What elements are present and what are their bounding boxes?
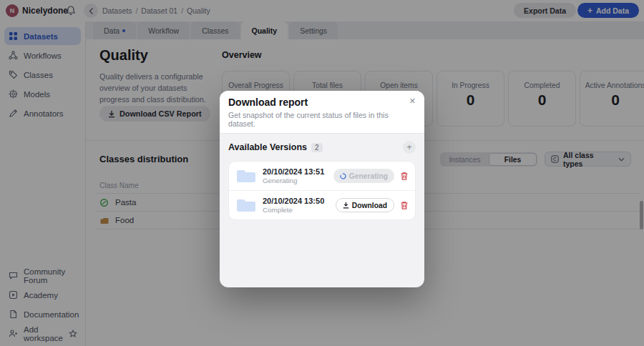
download-icon [343, 202, 349, 209]
modal-body: Available Versions 2 + 20/10/2024 13:51 … [220, 134, 424, 227]
version-status: Generating [263, 177, 324, 185]
spinner-icon [340, 173, 346, 179]
folder-icon [235, 169, 257, 184]
trash-icon[interactable] [400, 172, 409, 181]
available-versions-label: Available Versions [228, 142, 307, 152]
folder-icon [235, 198, 257, 213]
versions-count-badge: 2 [311, 143, 323, 152]
version-info: 20/10/2024 13:51 Generating [263, 167, 324, 185]
generating-label: Generating [349, 172, 388, 180]
modal-subtitle: Get snapshot of the current status of fi… [228, 111, 416, 128]
add-version-button[interactable]: + [403, 141, 416, 154]
modal-header: Download report Get snapshot of the curr… [220, 91, 424, 134]
download-label: Download [352, 202, 387, 209]
download-button[interactable]: Download [336, 198, 394, 212]
close-icon[interactable]: ✕ [409, 97, 416, 105]
versions-list: 20/10/2024 13:51 Generating Generating [228, 161, 416, 220]
download-report-modal: Download report Get snapshot of the curr… [220, 91, 424, 287]
generating-button: Generating [333, 169, 394, 183]
app-window: N Nicelydone DatasetsDataset 01Quality E… [0, 0, 644, 346]
modal-title: Download report [228, 97, 416, 108]
version-row: 20/10/2024 13:51 Generating Generating [229, 162, 415, 190]
versions-header: Available Versions 2 + [228, 141, 416, 154]
version-date: 20/10/2024 13:51 [263, 167, 324, 177]
version-info: 20/10/2024 13:50 Complete [263, 197, 324, 214]
trash-icon[interactable] [400, 201, 409, 210]
version-status: Complete [263, 206, 324, 214]
version-row: 20/10/2024 13:50 Complete Download [229, 190, 415, 219]
version-date: 20/10/2024 13:50 [263, 197, 324, 206]
